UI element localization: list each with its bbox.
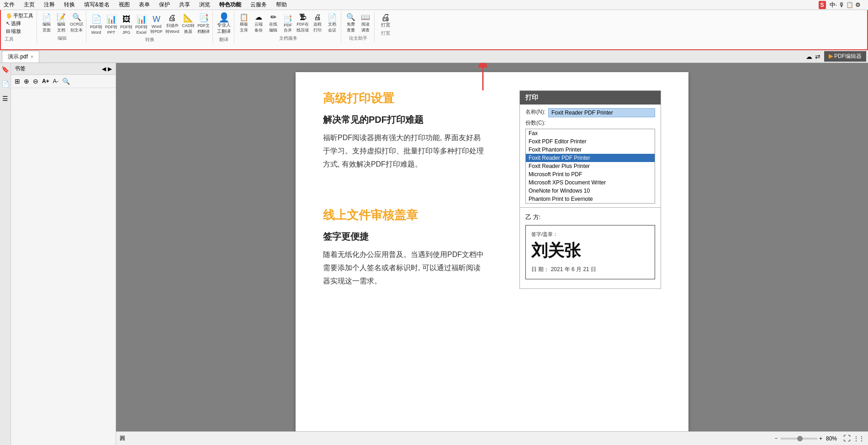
tab-close-btn[interactable]: × [31, 54, 33, 59]
main-area: 🔖 📄 ☰ 书签 ◀ ▶ ⊞ ⊕ ⊖ A+ A- 🔍 [0, 63, 868, 445]
foxit-s-icon: S [819, 1, 826, 9]
shrink-tool-btn[interactable]: ⊟ 缩放 [5, 27, 35, 35]
remote-print-btn[interactable]: 🖨 远程打印 [311, 12, 324, 34]
header-right: S 中· 🎙 📋 ⚙ [819, 0, 866, 10]
pdf-to-ppt-btn[interactable]: 📊 PDF转PPT [104, 13, 118, 36]
remote-print-label: 远程打印 [313, 21, 322, 33]
menu-help[interactable]: 帮助 [274, 0, 289, 10]
edit-group-label: 编辑 [58, 35, 67, 42]
scan-to-word-btn[interactable]: 🖨 扫描件转Word [164, 12, 180, 36]
translate-group-label: 翻译 [219, 37, 228, 43]
menu-view[interactable]: 视图 [117, 0, 132, 10]
printer-item-foxit-editor[interactable]: Foxit PDF Editor Printer [526, 137, 655, 146]
sidebar-icon-decrease[interactable]: A- [52, 77, 59, 85]
page-area[interactable]: 高级打印设置 解决常见的PDF打印难题 福昕PDF阅读器拥有强大的打印功能, 界… [116, 63, 868, 445]
edit-page-btn[interactable]: 📄 编辑页面 [40, 12, 53, 34]
edit-page-icon: 📄 [42, 13, 51, 21]
pdf-translate-btn[interactable]: 📑 PDF文档翻译 [196, 12, 211, 36]
free-check-btn[interactable]: 🔍 免费查重 [344, 12, 358, 34]
cad-icon: 📐 [183, 13, 193, 23]
menu-form[interactable]: 表单 [137, 0, 152, 10]
sidebar-icon-remove[interactable]: ⊖ [32, 77, 39, 86]
doc-service-buttons: 📋 模板文库 ☁ 云端备份 ✏ 在线编辑 📑 PDF合并 🗜 PDF在 [237, 12, 339, 34]
menu-annotation[interactable]: 注释 [42, 0, 57, 10]
pro-translate-btn[interactable]: 👤 专业人工翻译 [216, 12, 232, 36]
printer-item-ms-xps[interactable]: Microsoft XPS Document Writer [526, 178, 655, 187]
pro-translate-label: 专业人工翻译 [217, 22, 231, 35]
remote-print-icon: 🖨 [314, 13, 321, 21]
print-copies-label: 份数(C): [525, 119, 548, 127]
pdf-ppt-label: PDF转PPT [105, 24, 117, 35]
select-tool-btn[interactable]: ↖ 选择 [5, 20, 35, 27]
menu-convert[interactable]: 转换 [62, 0, 77, 10]
print-btn[interactable]: 🖨 打宽 [377, 12, 394, 29]
hand-tool-btn[interactable]: 🖐 手型工具 [5, 12, 35, 20]
sidebar-icon-add[interactable]: ⊕ [23, 77, 30, 86]
template-btn[interactable]: 📋 模板文库 [237, 12, 251, 34]
menu-special[interactable]: 特色功能 [217, 0, 243, 10]
zoom-slider-thumb[interactable] [797, 436, 803, 441]
pro-translate-icon: 👤 [218, 13, 230, 22]
left-icon-1[interactable]: 🔖 [0, 65, 10, 74]
template-icon: 📋 [239, 13, 249, 21]
printer-item-phantom-evernote[interactable]: Phantom Print to Evernote [526, 195, 655, 203]
printer-item-foxit-plus[interactable]: Foxit Reader Plus Printer [526, 162, 655, 170]
menu-share[interactable]: 共享 [177, 0, 192, 10]
pdf-to-excel-btn[interactable]: 📊 PDF转Excel [134, 13, 148, 36]
pdf-merge-btn[interactable]: 📑 PDF合并 [281, 13, 295, 34]
pdf-to-word-btn[interactable]: 📄 PDF转Word [89, 13, 103, 36]
cloud-backup-btn[interactable]: ☁ 云端备份 [252, 12, 265, 34]
sidebar-expand-icon[interactable]: ◀ [102, 66, 106, 72]
printer-item-fax[interactable]: Fax [526, 129, 655, 137]
sig-field-label: 签字/盖章： [531, 231, 649, 238]
printer-item-foxit-reader[interactable]: Foxit Reader PDF Printer [526, 154, 655, 162]
edit-doc-btn[interactable]: 📝 编辑文档 [54, 12, 68, 34]
menu-browse[interactable]: 浏览 [197, 0, 212, 10]
online-edit-btn[interactable]: ✏ 在线编辑 [266, 12, 280, 34]
pdf-translate-icon: 📑 [199, 13, 209, 23]
pdf-to-jpg-btn[interactable]: 🖼 PDF转JPG [119, 14, 133, 36]
layout-btn[interactable]: ⋮⋮ [853, 435, 864, 442]
cloud-icon: ☁ [806, 53, 812, 60]
sidebar-collapse-icon[interactable]: ▶ [108, 66, 112, 72]
pdf-compress-btn[interactable]: 🗜 PDF在线压缩 [296, 12, 310, 34]
printer-item-onenote[interactable]: OneNote for Windows 10 [526, 187, 655, 195]
sidebar-toolbar: ⊞ ⊕ ⊖ A+ A- 🔍 [11, 75, 116, 88]
sidebar-icon-grid[interactable]: ⊞ [14, 77, 21, 86]
left-icon-2[interactable]: 📄 [0, 79, 10, 89]
print-name-input[interactable]: Foxit Reader PDF Printer [548, 108, 655, 117]
printer-item-ms-pdf[interactable]: Microsoft Print to PDF [526, 170, 655, 178]
sidebar-icon-search[interactable]: 🔍 [61, 77, 71, 86]
printer-item-foxit-phantom[interactable]: Foxit Phantom Printer [526, 146, 655, 154]
pdf-excel-label: PDF转Excel [135, 24, 148, 35]
party-label: 乙 方: [525, 213, 655, 221]
word-to-pdf-btn[interactable]: W Word转PDF [149, 14, 164, 36]
pdf-editor-button[interactable]: ▶ PDF编辑器 [824, 51, 866, 62]
zoom-value: 80% [826, 435, 837, 442]
hand-tool-label: 手型工具 [13, 12, 33, 19]
tab-label: 演示.pdf [8, 53, 28, 61]
translate-buttons: 👤 专业人工翻译 [216, 12, 232, 36]
edit-group: 📄 编辑页面 📝 编辑文档 🔍 OCR识别文本 编辑 [38, 11, 86, 42]
menu-file[interactable]: 文件 [2, 0, 16, 10]
menu-fill-sign[interactable]: 填写&签名 [82, 0, 111, 10]
cloud-backup-icon: ☁ [255, 13, 262, 21]
doc-meeting-btn[interactable]: 📄 文档会议 [325, 12, 339, 34]
fullscreen-btn[interactable]: ⛶ [843, 435, 851, 443]
zoom-slider[interactable] [781, 438, 817, 440]
menu-home[interactable]: 主页 [22, 0, 37, 10]
read-survey-btn[interactable]: 📖 阅读调查 [359, 12, 372, 34]
foxit-icons: 中· 🎙 📋 ⚙ [828, 0, 863, 10]
cad-btn[interactable]: 📐 CAD转换器 [181, 12, 196, 36]
pdf-tab[interactable]: 演示.pdf × [2, 51, 39, 63]
sidebar-icon-increase[interactable]: A+ [41, 77, 50, 85]
zoom-plus-btn[interactable]: + [819, 435, 822, 442]
menu-cloud[interactable]: 云服务 [249, 0, 269, 10]
left-icon-3[interactable]: ☰ [1, 94, 9, 103]
print-label: 打宽 [381, 22, 390, 28]
pdf-editor-label: PDF编辑器 [834, 53, 862, 59]
convert-group: 📄 PDF转Word 📊 PDF转PPT 🖼 PDF转JPG 📊 PDF转Exc… [87, 11, 213, 44]
ocr-btn[interactable]: 🔍 OCR识别文本 [69, 12, 84, 34]
zoom-minus-btn[interactable]: － [773, 435, 779, 442]
menu-protect[interactable]: 保护 [157, 0, 172, 10]
